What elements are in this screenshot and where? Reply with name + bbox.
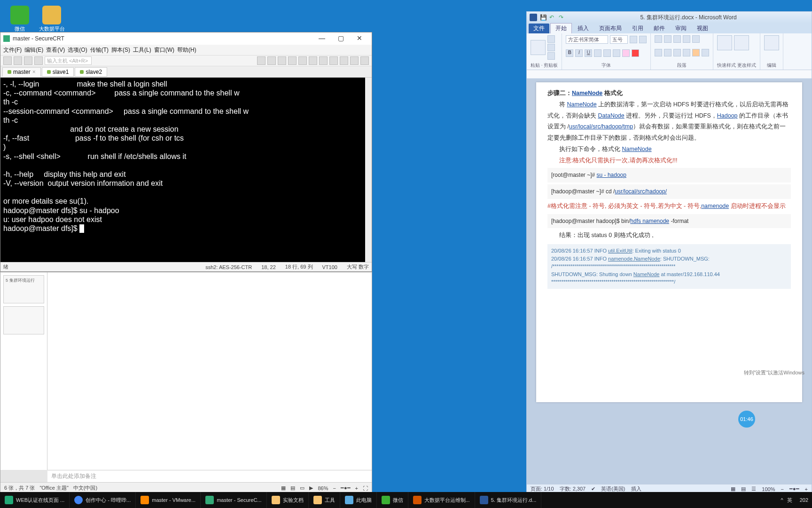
taskbar-item[interactable]: 此电脑 bbox=[340, 492, 377, 508]
menu-transfer[interactable]: 传输(T) bbox=[90, 46, 109, 54]
strike-icon[interactable] bbox=[594, 49, 601, 57]
taskbar-item[interactable]: master - VMware... bbox=[136, 492, 201, 508]
zoom-out-icon[interactable]: − bbox=[781, 486, 783, 492]
tab-view[interactable]: 视图 bbox=[692, 24, 713, 33]
slide-thumb[interactable] bbox=[3, 306, 44, 334]
redo-icon[interactable]: ↷ bbox=[559, 14, 565, 21]
taskbar-item[interactable]: 工具 bbox=[309, 492, 340, 508]
view-print-icon[interactable]: ▦ bbox=[731, 486, 735, 492]
page-count[interactable]: 页面: 1/10 bbox=[531, 485, 554, 492]
maximize-button[interactable]: ▢ bbox=[331, 33, 350, 44]
tab-review[interactable]: 审阅 bbox=[671, 24, 691, 33]
align-center-icon[interactable] bbox=[664, 49, 671, 56]
notes-pane[interactable]: 单击此处添加备注 bbox=[47, 470, 372, 482]
fit-icon[interactable]: ⛶ bbox=[363, 485, 368, 491]
tab-mailings[interactable]: 邮件 bbox=[649, 24, 670, 33]
word-count[interactable]: 字数: 2,307 bbox=[560, 485, 586, 492]
zoom-slider[interactable]: ━●━ bbox=[341, 485, 351, 491]
find-icon[interactable] bbox=[764, 35, 779, 50]
slide-canvas[interactable] bbox=[47, 272, 372, 470]
shading-icon[interactable] bbox=[692, 49, 700, 56]
multilevel-icon[interactable] bbox=[673, 35, 681, 43]
numbering-icon[interactable] bbox=[664, 35, 671, 43]
zoom-in-icon[interactable]: + bbox=[805, 486, 808, 492]
insert-mode[interactable]: 插入 bbox=[631, 485, 641, 492]
shrink-font-icon[interactable] bbox=[639, 36, 647, 43]
toolbar-button[interactable] bbox=[298, 56, 307, 65]
language-status[interactable]: 英语(美国) bbox=[601, 485, 625, 492]
host-input[interactable]: 输入主机 <Alt+R> bbox=[45, 56, 92, 65]
word-ruler[interactable] bbox=[527, 70, 812, 79]
view-slideshow-icon[interactable]: ▶ bbox=[309, 485, 313, 491]
view-sorter-icon[interactable]: ▤ bbox=[290, 485, 295, 491]
view-reading-icon[interactable]: ▭ bbox=[300, 485, 304, 491]
superscript-icon[interactable] bbox=[613, 49, 620, 57]
taskbar-item[interactable]: 大数据平台运维制... bbox=[408, 492, 475, 508]
taskbar-item[interactable]: master - SecureC... bbox=[201, 492, 266, 508]
close-icon[interactable]: × bbox=[32, 69, 36, 75]
justify-icon[interactable] bbox=[683, 49, 690, 56]
word-document-area[interactable]: 步骤二：NameNode 格式化 将 NameNode 上的数据清零，第一次启动… bbox=[527, 79, 812, 484]
proofing-icon[interactable]: ✔ bbox=[591, 486, 595, 492]
toolbar-button[interactable] bbox=[350, 56, 359, 65]
decrease-indent-icon[interactable] bbox=[683, 35, 690, 43]
tab-master[interactable]: master× bbox=[2, 67, 41, 77]
font-name-select[interactable]: 方正书宋简体 bbox=[566, 35, 608, 44]
tab-layout[interactable]: 页面布局 bbox=[594, 24, 626, 33]
quick-styles-icon[interactable] bbox=[717, 35, 732, 50]
undo-icon[interactable]: ↶ bbox=[549, 14, 556, 21]
grow-font-icon[interactable] bbox=[630, 36, 637, 43]
slide-thumbnails[interactable]: 5 集群环境运行 bbox=[0, 272, 47, 470]
taskbar-item[interactable]: WEB认证在线页面 ... bbox=[0, 492, 70, 508]
menu-tools[interactable]: 工具(L) bbox=[133, 46, 151, 54]
taskbar-item[interactable]: 5. 集群环境运行.d... bbox=[475, 492, 542, 508]
toolbar-button[interactable] bbox=[319, 56, 328, 65]
toolbar-button[interactable] bbox=[34, 56, 43, 65]
menu-options[interactable]: 选项(O) bbox=[68, 46, 87, 54]
font-size-select[interactable]: 五号 bbox=[610, 35, 628, 44]
toolbar-button[interactable] bbox=[267, 56, 276, 65]
menu-edit[interactable]: 编辑(E) bbox=[24, 46, 43, 54]
desktop-icon-wechat[interactable]: 微信 bbox=[6, 6, 34, 32]
tab-slave2[interactable]: slave2 bbox=[75, 67, 107, 77]
tab-insert[interactable]: 插入 bbox=[573, 24, 593, 33]
tab-file[interactable]: 文件 bbox=[529, 24, 549, 33]
taskbar-item[interactable]: 微信 bbox=[377, 492, 408, 508]
menu-window[interactable]: 窗口(W) bbox=[154, 46, 174, 54]
zoom-slider[interactable]: ━●━ bbox=[789, 486, 799, 492]
toolbar-button[interactable] bbox=[329, 56, 338, 65]
align-left-icon[interactable] bbox=[655, 49, 662, 56]
slide-thumb[interactable]: 5 集群环境运行 bbox=[3, 275, 44, 303]
font-color-icon[interactable] bbox=[632, 49, 639, 57]
subscript-icon[interactable] bbox=[603, 49, 611, 57]
italic-icon[interactable]: I bbox=[575, 49, 583, 57]
minimize-button[interactable]: — bbox=[312, 33, 331, 44]
taskbar-item[interactable]: 实验文档 bbox=[267, 492, 309, 508]
tray-up-icon[interactable]: ^ bbox=[781, 497, 783, 503]
bold-icon[interactable]: B bbox=[566, 49, 573, 57]
clock[interactable]: 202 bbox=[800, 497, 808, 503]
terminal-output[interactable]: -, -l, --login make the shell a login sh… bbox=[0, 78, 372, 262]
highlight-icon[interactable] bbox=[622, 49, 630, 57]
zoom-in-icon[interactable]: + bbox=[355, 485, 358, 491]
view-web-icon[interactable]: ▤ bbox=[741, 486, 746, 492]
toolbar-button[interactable] bbox=[309, 56, 317, 65]
underline-icon[interactable]: U bbox=[585, 49, 592, 57]
toolbar-button[interactable] bbox=[278, 56, 286, 65]
cut-icon[interactable] bbox=[547, 35, 555, 43]
borders-icon[interactable] bbox=[702, 49, 709, 56]
tab-references[interactable]: 引用 bbox=[627, 24, 648, 33]
view-outline-icon[interactable]: ☰ bbox=[751, 486, 756, 492]
change-styles-icon[interactable] bbox=[734, 35, 749, 50]
toolbar-button[interactable] bbox=[360, 56, 369, 65]
menu-help[interactable]: 帮助(H) bbox=[177, 46, 196, 54]
close-button[interactable]: ✕ bbox=[350, 33, 369, 44]
toolbar-button[interactable] bbox=[257, 56, 265, 65]
menu-script[interactable]: 脚本(S) bbox=[111, 46, 130, 54]
format-painter-icon[interactable] bbox=[547, 52, 555, 60]
paste-icon[interactable] bbox=[531, 40, 546, 55]
scrollbar[interactable] bbox=[365, 78, 372, 262]
securecrt-titlebar[interactable]: master - SecureCRT — ▢ ✕ bbox=[0, 32, 372, 45]
align-right-icon[interactable] bbox=[673, 49, 681, 56]
ime-indicator[interactable]: 英 bbox=[787, 497, 792, 504]
